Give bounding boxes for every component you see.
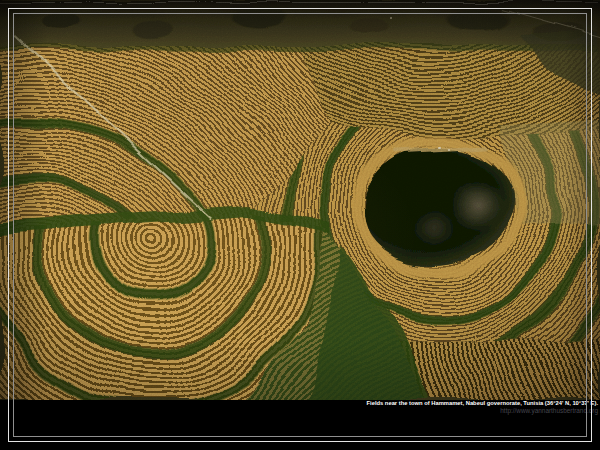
scrub-ridge <box>0 0 600 46</box>
wallpaper-root: Fields near the town of Hammamet, Nabeul… <box>0 0 600 450</box>
grove-rocky-clearing2 <box>410 211 455 248</box>
building-speck <box>449 147 451 149</box>
photo-caption: Fields near the town of Hammamet, Nabeul… <box>367 400 599 407</box>
grove-rocky-clearing <box>448 179 505 232</box>
building-speck <box>439 145 442 147</box>
fields-layer <box>0 0 600 400</box>
building-speck <box>390 18 392 20</box>
photo-credit-url: http://www.yannarthusbertrand.org <box>500 407 598 414</box>
aerial-photo <box>0 0 600 400</box>
ridge-road <box>0 2 600 3</box>
